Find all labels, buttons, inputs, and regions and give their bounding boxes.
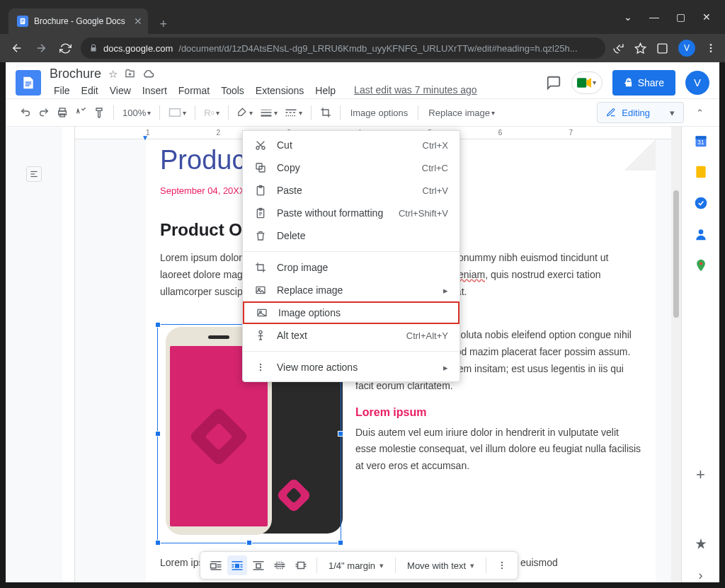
collapse-toolbar-icon[interactable]: ⌃ <box>691 103 708 122</box>
menu-insert[interactable]: Insert <box>138 83 171 98</box>
break-text-button[interactable] <box>249 555 268 575</box>
replace-image-button[interactable]: Replace image▾ <box>424 103 499 122</box>
cm-paste-plain[interactable]: Paste without formatting Ctrl+Shift+V <box>243 202 459 224</box>
menu-help[interactable]: Help <box>311 83 340 98</box>
share-button[interactable]: Share <box>612 70 675 96</box>
cm-view-more[interactable]: View more actions ▸ <box>243 356 459 379</box>
outline-icon[interactable] <box>26 166 42 182</box>
front-text-button[interactable] <box>291 555 311 575</box>
caret-down-icon[interactable]: ⌄ <box>624 11 632 23</box>
font-dropdown[interactable]: Ro▾ <box>201 103 222 122</box>
comments-icon[interactable] <box>546 75 561 91</box>
doc-heading-3[interactable]: Lorem ipsum <box>355 406 641 419</box>
menu-edit[interactable]: Edit <box>77 83 103 98</box>
resize-handle-se[interactable] <box>338 540 343 546</box>
window-controls: ⌄ — ▢ ✕ <box>624 11 717 23</box>
svg-rect-61 <box>256 564 261 568</box>
resize-handle-sw[interactable] <box>155 540 161 546</box>
editing-mode-label: Editing <box>622 108 650 118</box>
wrap-text-button[interactable] <box>227 555 247 575</box>
tasks-icon[interactable] <box>694 196 708 210</box>
profile-avatar[interactable]: V <box>678 40 695 57</box>
menu-format[interactable]: Format <box>174 83 214 98</box>
move-icon[interactable] <box>125 68 135 81</box>
inline-button[interactable] <box>206 555 226 575</box>
image-options-button[interactable]: Image options <box>346 103 413 122</box>
back-button[interactable] <box>8 40 25 57</box>
cloud-status-icon[interactable] <box>142 68 154 81</box>
extension-icon[interactable] <box>656 42 668 54</box>
last-edit-link[interactable]: Last edit was 7 minutes ago <box>354 84 477 98</box>
cm-paste[interactable]: Paste Ctrl+V <box>243 179 459 202</box>
alt-text-icon <box>254 329 267 342</box>
svg-rect-10 <box>25 85 30 86</box>
print-button[interactable] <box>54 103 71 122</box>
star-icon[interactable]: ☆ <box>108 68 118 81</box>
calendar-icon[interactable]: 31 <box>694 134 708 148</box>
overflow-menu-icon[interactable] <box>492 555 512 575</box>
cm-image-options[interactable]: Image options <box>243 301 459 324</box>
cm-delete[interactable]: Delete <box>243 224 459 247</box>
svg-point-5 <box>710 44 712 46</box>
cm-crop-image[interactable]: Crop image <box>243 256 459 279</box>
submenu-arrow-icon: ▸ <box>443 285 448 296</box>
cm-copy[interactable]: Copy Ctrl+C <box>243 156 459 179</box>
editing-mode-dropdown[interactable]: Editing ▾ <box>597 102 684 123</box>
zoom-dropdown[interactable]: 100%▾ <box>120 103 154 122</box>
forward-button[interactable] <box>33 40 50 57</box>
cm-replace-image[interactable]: Replace image ▸ <box>243 279 459 301</box>
document-title[interactable]: Brochure <box>50 67 101 81</box>
styles-dropdown[interactable]: ▾ <box>166 103 189 122</box>
browser-tab[interactable]: Brochure - Google Docs ✕ <box>8 8 148 34</box>
cm-alt-text[interactable]: Alt text Ctrl+Alt+Y <box>243 324 459 347</box>
crop-button[interactable] <box>317 103 334 122</box>
close-tab-icon[interactable]: ✕ <box>134 16 142 27</box>
explore-icon[interactable] <box>694 537 708 551</box>
minimize-icon[interactable]: — <box>649 11 659 23</box>
menu-file[interactable]: File <box>50 83 74 98</box>
url-field[interactable]: docs.google.com/document/d/1zD4AtsENsL-d… <box>81 38 605 59</box>
new-tab-button[interactable]: + <box>154 14 173 34</box>
hide-sidepanel-icon[interactable]: › <box>694 568 708 582</box>
menu-extensions[interactable]: Extensions <box>251 83 308 98</box>
behind-text-button[interactable] <box>270 555 290 575</box>
bookmark-icon[interactable] <box>634 42 646 54</box>
resize-handle-e[interactable] <box>338 431 343 437</box>
share-url-icon[interactable] <box>612 42 624 54</box>
maximize-icon[interactable]: ▢ <box>676 11 685 23</box>
svg-rect-11 <box>577 78 586 87</box>
maps-icon[interactable] <box>694 258 708 272</box>
border-color-button[interactable]: ▾ <box>234 103 256 122</box>
redo-button[interactable] <box>35 103 52 122</box>
paint-format-button[interactable] <box>91 103 108 122</box>
resize-handle-w[interactable] <box>155 431 161 437</box>
doc-paragraph-3[interactable]: Duis autem vel eum iriure dolor in hendr… <box>355 425 641 475</box>
add-addon-icon[interactable]: + <box>694 468 708 482</box>
browser-titlebar: Brochure - Google Docs ✕ + ⌄ — ▢ ✕ <box>0 0 725 34</box>
move-with-text-dropdown[interactable]: Move with text▾ <box>401 560 480 571</box>
margin-dropdown[interactable]: 1/4" margin▾ <box>323 560 389 571</box>
keep-icon[interactable] <box>694 165 708 179</box>
menu-view[interactable]: View <box>105 83 135 98</box>
meet-button[interactable]: ▾ <box>571 71 603 94</box>
replace-icon <box>254 284 267 296</box>
undo-button[interactable] <box>17 103 34 122</box>
contacts-icon[interactable] <box>694 227 708 241</box>
close-window-icon[interactable]: ✕ <box>702 11 711 23</box>
border-weight-button[interactable]: ▾ <box>257 103 280 122</box>
border-dash-button[interactable]: ▾ <box>282 103 305 122</box>
reload-button[interactable] <box>57 40 74 57</box>
docs-logo-icon[interactable] <box>16 70 41 96</box>
resize-handle-s[interactable] <box>246 540 252 546</box>
more-icon <box>254 361 267 374</box>
chrome-menu-icon[interactable] <box>705 42 717 54</box>
cm-cut[interactable]: Cut Ctrl+X <box>243 134 459 156</box>
spellcheck-button[interactable] <box>72 103 89 122</box>
menu-tools[interactable]: Tools <box>217 83 249 98</box>
svg-point-70 <box>501 565 503 566</box>
svg-point-46 <box>260 367 261 368</box>
account-avatar[interactable]: V <box>685 71 709 95</box>
scrollbar-thumb[interactable] <box>673 190 679 318</box>
resize-handle-nw[interactable] <box>155 322 161 328</box>
vertical-scrollbar[interactable] <box>671 127 681 582</box>
